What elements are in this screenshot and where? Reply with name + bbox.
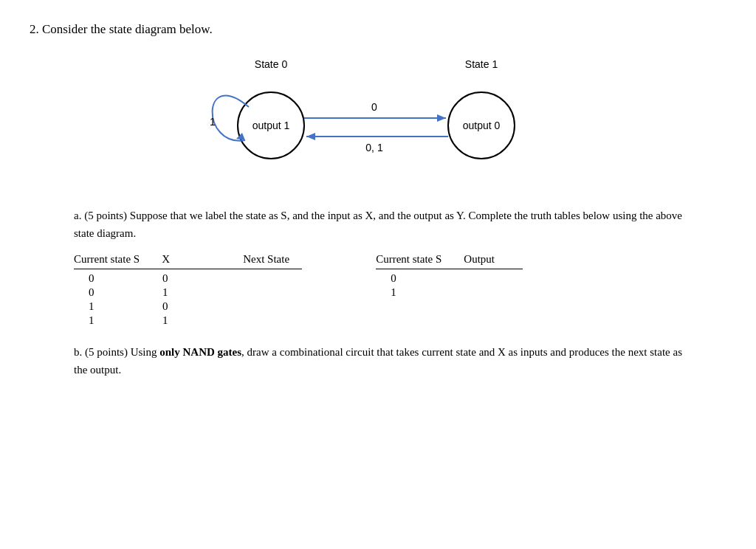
forward-arrow-head — [437, 114, 446, 122]
table-row: 1 — [376, 286, 523, 299]
table-row: 0 1 — [74, 286, 302, 299]
state1-output-text: output 0 — [463, 120, 501, 131]
table-row: 1 0 — [74, 300, 302, 313]
table2-col1-header: Current state S — [376, 253, 441, 266]
part-a-label: a. — [74, 210, 81, 221]
state0-output-text: output 1 — [252, 120, 290, 131]
diagram-svg: State 0 State 1 output 1 output 0 1 0 0,… — [157, 52, 599, 184]
table1-col3-header: Next State — [243, 253, 302, 266]
table2-header: Current state S Output — [376, 253, 523, 266]
t1r0-ns — [221, 272, 273, 285]
self-loop-label: 1 — [210, 116, 216, 128]
t1r3-x: 1 — [148, 314, 199, 327]
t1r3-ns — [221, 314, 273, 327]
t2r0-out — [450, 272, 501, 285]
table2-divider — [376, 269, 523, 269]
t1r1-s: 0 — [74, 286, 126, 299]
part-b-text: b. (5 points) Using only NAND gates, dra… — [74, 343, 697, 379]
t1r0-s: 0 — [74, 272, 126, 285]
t1r2-s: 1 — [74, 300, 126, 313]
part-a-description: (5 points) Suppose that we label the sta… — [74, 210, 682, 239]
part-b-label: b. — [74, 346, 82, 358]
state0-label: State 0 — [255, 58, 288, 70]
t2r0-s: 0 — [376, 272, 427, 285]
table-row: 0 — [376, 272, 523, 285]
part-a-text: a. (5 points) Suppose that we label the … — [74, 207, 697, 242]
tables-container: Current state S X Next State 0 0 0 1 1 0… — [74, 253, 682, 328]
t1r1-x: 1 — [148, 286, 199, 299]
question-number: 2. Consider the state diagram below. — [30, 22, 726, 37]
t2r1-out — [450, 286, 501, 299]
state-diagram: State 0 State 1 output 1 output 0 1 0 0,… — [157, 52, 599, 184]
table1: Current state S X Next State 0 0 0 1 1 0… — [74, 253, 302, 328]
table1-col1-header: Current state S — [74, 253, 140, 266]
table2-col2-header: Output — [464, 253, 523, 266]
table-row: 1 1 — [74, 314, 302, 327]
t1r3-s: 1 — [74, 314, 126, 327]
t1r2-x: 0 — [148, 300, 199, 313]
t1r0-x: 0 — [148, 272, 199, 285]
part-b-before-bold: (5 points) Using — [85, 346, 159, 358]
part-b-bold: only NAND gates — [159, 346, 241, 358]
backward-arrow-head — [306, 133, 315, 140]
forward-arrow-label: 0 — [371, 101, 377, 113]
table-row: 0 0 — [74, 272, 302, 285]
table1-divider — [74, 269, 302, 269]
table1-col2-header: X — [162, 253, 221, 266]
backward-arrow-label: 0, 1 — [365, 142, 383, 153]
question-text: Consider the state diagram below. — [42, 22, 213, 36]
state1-label: State 1 — [465, 58, 498, 70]
t2r1-s: 1 — [376, 286, 427, 299]
table2: Current state S Output 0 1 — [376, 253, 523, 328]
question-num-text: 2. — [30, 22, 39, 36]
table1-header: Current state S X Next State — [74, 253, 302, 266]
t1r1-ns — [221, 286, 273, 299]
t1r2-ns — [221, 300, 273, 313]
